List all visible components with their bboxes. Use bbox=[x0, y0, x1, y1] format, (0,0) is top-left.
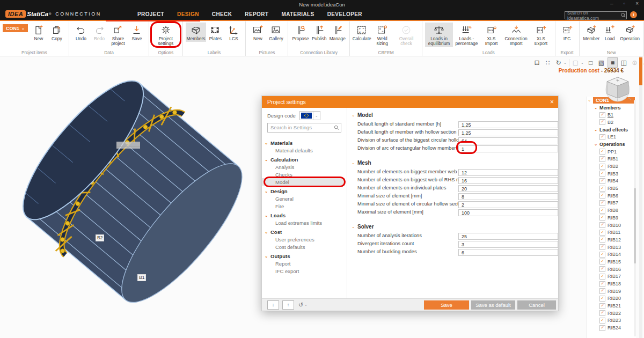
tree-item[interactable]: ✓ RIB23 bbox=[587, 317, 636, 325]
tree-item[interactable]: ✓ RIB24 bbox=[587, 324, 636, 332]
settings-tree-item[interactable]: ⌄ Analysis bbox=[262, 163, 345, 171]
checkbox-checked-icon[interactable]: ✓ bbox=[599, 171, 605, 177]
new-project-item-button[interactable]: New bbox=[30, 23, 48, 42]
tree-item-label[interactable]: RIB22 bbox=[608, 311, 621, 316]
checkbox-checked-icon[interactable]: ✓ bbox=[599, 149, 605, 155]
chevron-down-icon[interactable]: ⌄ bbox=[588, 98, 593, 102]
checkbox-checked-icon[interactable]: ✓ bbox=[599, 193, 605, 199]
move-up-button[interactable]: ↑ bbox=[282, 300, 294, 310]
settings-tree-item[interactable]: ⌄ Cost defaults bbox=[262, 243, 345, 251]
undo-button[interactable]: Undo bbox=[72, 23, 90, 42]
tree-item-label[interactable]: RIB15 bbox=[608, 259, 621, 264]
3d-viewport[interactable]: B2 B1 ⊟ ∷ ↻ ⌄ ▢ ⌄ □ ▧ ■ ◫ ⊕ ⌂ P bbox=[0, 56, 644, 338]
tree-item-label[interactable]: RIB4 bbox=[608, 178, 618, 183]
settings-tree-item-label[interactable]: Cost defaults bbox=[275, 244, 305, 250]
settings-tree-item-label[interactable]: Analysis bbox=[275, 164, 294, 170]
copy-button[interactable]: Copy bbox=[48, 23, 66, 42]
tree-item[interactable]: ✓ RIB16 bbox=[587, 266, 636, 273]
new-operation-button[interactable]: Operation bbox=[619, 23, 641, 42]
tree-item[interactable]: ✓ RIB6 bbox=[587, 192, 636, 200]
tree-scrollbar-thumb[interactable] bbox=[634, 188, 636, 263]
tree-item[interactable]: ✓ RIB22 bbox=[587, 310, 636, 317]
axes-icon[interactable]: ⊕ bbox=[630, 58, 639, 67]
settings-tree-item[interactable]: ⌄ General bbox=[262, 195, 345, 202]
tree-item[interactable]: ✓ RIB2 bbox=[587, 163, 636, 170]
settings-tree-item-label[interactable]: Cost bbox=[270, 229, 282, 235]
tree-item-label[interactable]: B1 bbox=[608, 112, 613, 117]
tree-item-label[interactable]: RIB24 bbox=[608, 325, 621, 330]
settings-tree-item-label[interactable]: Report bbox=[275, 261, 291, 267]
xls-export-button[interactable]: XLS XLS Export bbox=[530, 23, 552, 47]
checkbox-checked-icon[interactable]: ✓ bbox=[599, 156, 605, 162]
settings-field-input[interactable] bbox=[458, 145, 558, 152]
settings-tree-item-label[interactable]: Material defaults bbox=[275, 148, 313, 153]
panel-scrollbar-thumb[interactable] bbox=[639, 57, 642, 85]
settings-tree-item[interactable]: ⌄ Load extremes limits bbox=[262, 219, 345, 226]
save-button[interactable]: Save bbox=[424, 300, 469, 310]
checkbox-checked-icon[interactable]: ✓ bbox=[599, 200, 605, 206]
tree-item[interactable]: ✓ RIB12 bbox=[587, 236, 636, 244]
tree-item[interactable]: ✓ RIB21 bbox=[587, 302, 636, 310]
settings-section-header[interactable]: ⌄ Model bbox=[352, 111, 558, 119]
tree-item-label[interactable]: RIB20 bbox=[608, 296, 621, 301]
settings-tree-item[interactable]: ⌄ Fire bbox=[262, 202, 345, 210]
checkbox-checked-icon[interactable]: ✓ bbox=[599, 244, 605, 250]
xls-import-button[interactable]: XLS XLS Import bbox=[480, 23, 502, 47]
settings-field-input[interactable] bbox=[458, 249, 558, 256]
settings-tree-item-label[interactable]: User preferences bbox=[275, 237, 314, 243]
checkbox-checked-icon[interactable]: ✓ bbox=[599, 119, 605, 125]
reset-button[interactable]: ↺ ⌄ bbox=[298, 302, 308, 308]
settings-tree-item-label[interactable]: Outputs bbox=[270, 253, 290, 259]
settings-tree-item[interactable]: ⌄ Calculation bbox=[262, 156, 345, 163]
plates-label-toggle[interactable]: Plates bbox=[206, 23, 224, 42]
panel-scrollbar[interactable] bbox=[639, 56, 642, 338]
new-load-button[interactable]: Load bbox=[601, 23, 619, 42]
tree-item[interactable]: ✓ RIB1 bbox=[587, 156, 636, 163]
orbit-icon[interactable]: ↻ bbox=[554, 58, 563, 67]
save-as-default-button[interactable]: Save as default bbox=[471, 300, 515, 310]
settings-section-header[interactable]: ⌄ Mesh bbox=[352, 159, 558, 167]
checkbox-checked-icon[interactable]: ✓ bbox=[599, 274, 605, 280]
tree-item[interactable]: ✓ RIB14 bbox=[587, 251, 636, 258]
settings-tree-item[interactable]: ⌄ Checks bbox=[262, 171, 345, 178]
checkbox-checked-icon[interactable]: ✓ bbox=[599, 164, 605, 170]
dropdown-chevron-icon[interactable]: ⌄ bbox=[580, 58, 584, 67]
tree-item-label[interactable]: RIB12 bbox=[608, 237, 621, 243]
account-icon[interactable]: i bbox=[630, 11, 637, 18]
tree-item[interactable]: ✓ RIB19 bbox=[587, 288, 636, 295]
tree-item-label[interactable]: RIB13 bbox=[608, 245, 621, 250]
settings-tree-item[interactable]: ⌄ Design bbox=[262, 187, 345, 195]
share-project-button[interactable]: Share project bbox=[108, 23, 128, 47]
tree-item-label[interactable]: RIB10 bbox=[608, 223, 621, 228]
tree-group-header[interactable]: ⌄ Load effects bbox=[587, 126, 636, 134]
points-icon[interactable]: ∷ bbox=[543, 58, 552, 67]
tree-item[interactable]: ✓ RIB20 bbox=[587, 295, 636, 303]
publish-button[interactable]: Publish bbox=[310, 23, 328, 42]
settings-tree-item-label[interactable]: General bbox=[275, 196, 294, 202]
navigation-cube[interactable] bbox=[600, 70, 635, 106]
tree-item[interactable]: ✓ PP1 bbox=[587, 148, 636, 156]
tree-group-header[interactable]: ⌄ Operations bbox=[587, 141, 636, 148]
tab-developer[interactable]: DEVELOPER bbox=[327, 11, 362, 17]
tree-item-label[interactable]: PP1 bbox=[608, 149, 617, 155]
tree-item-label[interactable]: B2 bbox=[608, 120, 613, 125]
tree-item-label[interactable]: RIB21 bbox=[608, 303, 621, 308]
chevron-down-icon[interactable]: ⌄ bbox=[594, 127, 599, 132]
settings-tree-item[interactable]: ⌄ Material defaults bbox=[262, 146, 345, 154]
settings-tree-item[interactable]: ⌄ Cost bbox=[262, 228, 345, 236]
checkbox-checked-icon[interactable]: ✓ bbox=[599, 186, 605, 192]
settings-tree-item[interactable]: ⌄ Outputs bbox=[262, 252, 345, 260]
checkbox-checked-icon[interactable]: ✓ bbox=[599, 296, 605, 302]
tree-item[interactable]: ✓ RIB13 bbox=[587, 244, 636, 251]
tab-check[interactable]: CHECK bbox=[212, 11, 232, 17]
tab-design[interactable]: DESIGN bbox=[177, 11, 199, 17]
tree-item[interactable]: ✓ RIB15 bbox=[587, 258, 636, 266]
tree-item-label[interactable]: RIB14 bbox=[608, 252, 621, 257]
ifc-export-button[interactable]: IFC IFC bbox=[558, 23, 576, 42]
minimize-button[interactable]: – bbox=[610, 1, 613, 6]
settings-tree-item-label[interactable]: Loads bbox=[270, 212, 286, 218]
settings-tree-item[interactable]: ⌄ User preferences bbox=[262, 236, 345, 243]
tree-item[interactable]: ✓ RIB4 bbox=[587, 178, 636, 185]
checkbox-checked-icon[interactable]: ✓ bbox=[599, 208, 605, 214]
settings-tree-item[interactable]: ⌄ Report bbox=[262, 260, 345, 267]
